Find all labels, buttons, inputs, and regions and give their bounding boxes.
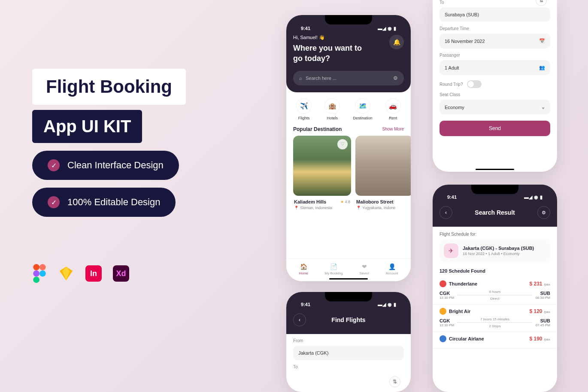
schedule-for-label: Flight Schedule for: bbox=[433, 227, 557, 239]
category-item[interactable]: 🚗Rent bbox=[385, 98, 401, 120]
popular-title: Popular Destination bbox=[293, 126, 342, 132]
show-more-link[interactable]: Show More bbox=[382, 127, 404, 131]
feature-1: ✓ Clean Interface Design bbox=[32, 151, 179, 180]
to-label: To bbox=[293, 365, 404, 369]
svg-point-2 bbox=[33, 270, 39, 277]
back-button[interactable]: ‹ bbox=[293, 313, 306, 326]
check-icon: ✓ bbox=[48, 196, 60, 208]
people-icon: 👥 bbox=[539, 65, 545, 70]
title-line-2: App UI KIT bbox=[32, 110, 142, 143]
filter-button[interactable]: ⚙ bbox=[537, 206, 550, 219]
star-icon: ★ bbox=[340, 200, 344, 204]
airplane-icon: ✈ bbox=[444, 243, 458, 258]
xd-icon: Xd bbox=[113, 265, 129, 282]
nav-label: Account bbox=[386, 271, 398, 275]
swap-button[interactable]: ⇅ bbox=[536, 0, 547, 6]
departure-input[interactable]: 16 November 2022📅 bbox=[439, 33, 550, 49]
results-count: 120 Schedule Found bbox=[433, 267, 557, 277]
category-label: Destination bbox=[353, 116, 373, 120]
calendar-icon: 📅 bbox=[539, 38, 545, 44]
category-label: Flights bbox=[298, 116, 310, 120]
figma-icon bbox=[32, 264, 47, 283]
sketch-icon bbox=[58, 266, 74, 281]
passenger-input[interactable]: 1 Adult👥 bbox=[439, 60, 550, 75]
airline-logo-icon bbox=[439, 335, 446, 342]
page-title: Find Flights bbox=[331, 316, 365, 323]
nav-icon: ❤ bbox=[362, 263, 367, 270]
pin-icon: 📍 bbox=[356, 206, 361, 210]
category-icon: 🏨 bbox=[324, 98, 340, 114]
seat-class-label: Seat Class bbox=[439, 92, 550, 97]
flight-item[interactable]: Bright Air$ 120 /paxCGK12.30 PM7 hours 1… bbox=[433, 304, 557, 332]
headline: Where you want togo today? bbox=[293, 43, 362, 64]
signal-icon: ▬◢ bbox=[378, 26, 386, 31]
nav-icon: 📄 bbox=[330, 263, 337, 270]
category-icon: 🚗 bbox=[385, 98, 401, 114]
roundtrip-toggle[interactable] bbox=[467, 80, 482, 88]
from-label: From bbox=[293, 338, 404, 343]
title-line-1: Flight Booking bbox=[32, 69, 186, 105]
pin-icon: 📍 bbox=[294, 206, 299, 210]
back-button[interactable]: ‹ bbox=[439, 206, 452, 219]
phone-home: 9:41 ▬◢◉▮ Hi, Samuel! 👋 Where you want t… bbox=[286, 15, 411, 281]
flight-item[interactable]: Circular Airlane$ 190 /pax bbox=[433, 332, 557, 349]
from-input[interactable]: Jakarta (CGK) bbox=[293, 346, 404, 360]
svg-point-3 bbox=[39, 270, 46, 277]
category-item[interactable]: 🗺️Destination bbox=[353, 98, 373, 120]
destination-card[interactable]: Malioboro Street 📍Yogyakarta, Indone bbox=[355, 136, 411, 213]
battery-icon: ▮ bbox=[394, 26, 396, 31]
category-label: Rent bbox=[389, 116, 397, 120]
invision-icon: In bbox=[85, 265, 102, 282]
phone-search-results: 9:41 ▬◢◉▮ ‹ Search Result ⚙ Flight Sched… bbox=[433, 185, 557, 392]
to-label: To bbox=[439, 0, 550, 5]
category-item[interactable]: 🏨Hotels bbox=[324, 98, 340, 120]
seat-class-select[interactable]: Economy⌄ bbox=[439, 100, 550, 115]
phone-booking-form: To ⇅ Surabaya (SUB) Departure Time 16 No… bbox=[433, 0, 557, 172]
send-button[interactable]: Send bbox=[439, 121, 550, 136]
passenger-label: Passanger bbox=[439, 53, 550, 58]
category-item[interactable]: ✈️Flights bbox=[296, 98, 312, 120]
favorite-button[interactable]: ♡ bbox=[337, 139, 348, 149]
nav-item[interactable]: 🏠Home bbox=[299, 263, 308, 275]
nav-item[interactable]: ❤Saved bbox=[359, 263, 369, 275]
nav-icon: 👤 bbox=[388, 263, 396, 270]
swap-button[interactable]: ⇅ bbox=[389, 376, 400, 387]
greeting-text: Hi, Samuel! 👋 bbox=[293, 35, 362, 40]
nav-icon: 🏠 bbox=[300, 263, 307, 270]
nav-item[interactable]: 📄My Booking bbox=[325, 263, 343, 275]
nav-label: Saved bbox=[359, 271, 369, 275]
nav-label: My Booking bbox=[325, 271, 343, 275]
svg-point-1 bbox=[39, 264, 46, 270]
nav-item[interactable]: 👤Account bbox=[386, 263, 398, 275]
airline-logo-icon bbox=[439, 308, 446, 315]
departure-label: Departure Time bbox=[439, 26, 550, 31]
flight-item[interactable]: Thunderlane$ 231 /paxCGK12.30 PM6 hoursD… bbox=[433, 277, 557, 304]
roundtrip-label: Round Trip? bbox=[439, 82, 463, 87]
check-icon: ✓ bbox=[48, 159, 60, 171]
svg-point-0 bbox=[33, 264, 39, 270]
airline-logo-icon bbox=[439, 280, 446, 287]
category-label: Hotels bbox=[327, 116, 338, 120]
chevron-down-icon: ⌄ bbox=[541, 104, 545, 110]
destination-card[interactable]: ♡ Kaliadem Hills ★ 4.8 📍Sleman, Indonesi… bbox=[293, 136, 351, 213]
nav-label: Home bbox=[299, 271, 308, 275]
feature-2: ✓ 100% Editable Design bbox=[32, 188, 176, 217]
search-icon: ⌕ bbox=[299, 76, 302, 81]
app-icons-row: In Xd bbox=[32, 264, 242, 283]
category-icon: ✈️ bbox=[296, 98, 312, 114]
phone-find-flights: 9:41 ▬◢◉▮ ‹ Find Flights From Jakarta (C… bbox=[286, 292, 411, 392]
wifi-icon: ◉ bbox=[388, 26, 392, 31]
page-title: Search Result bbox=[475, 209, 515, 216]
to-input[interactable]: Surabaya (SUB) bbox=[439, 7, 550, 22]
schedule-summary: ✈ Jakarta (CGK) - Surabaya (SUB) 16 Nov … bbox=[439, 239, 550, 262]
filter-icon[interactable]: ⚙ bbox=[393, 75, 398, 81]
svg-point-4 bbox=[33, 277, 39, 283]
notifications-button[interactable]: 🔔 bbox=[389, 35, 404, 49]
category-icon: 🗺️ bbox=[355, 98, 370, 114]
search-input[interactable]: ⌕ Search here ... ⚙ bbox=[293, 71, 404, 85]
